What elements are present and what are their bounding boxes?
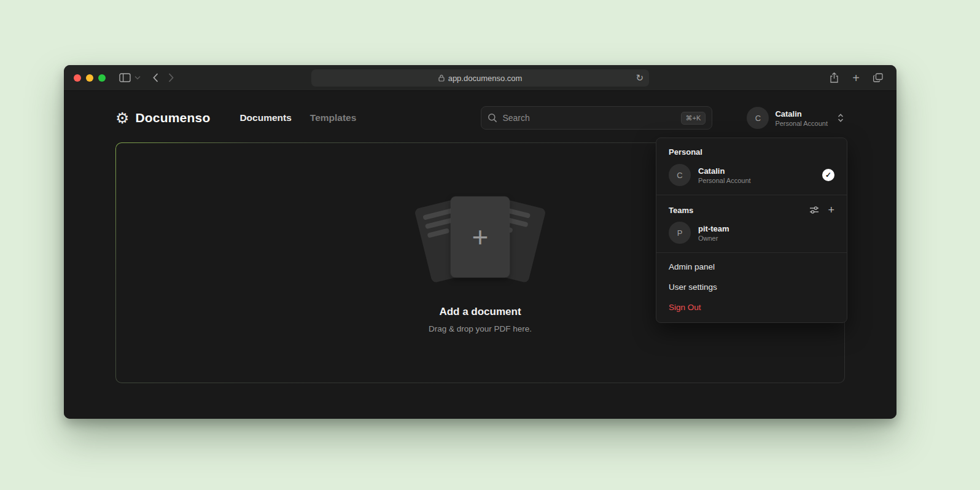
teams-section: Teams + P pit-team Owner (656, 195, 847, 252)
create-team-icon[interactable]: + (828, 204, 834, 216)
tab-overview-icon[interactable] (873, 73, 883, 82)
search-bar: ⌘+K (481, 106, 712, 130)
back-button[interactable] (153, 73, 158, 82)
dropzone-subtitle: Drag & drop your PDF here. (429, 324, 532, 333)
zoom-window-button[interactable] (98, 74, 106, 82)
team-avatar: P (669, 222, 691, 244)
team-role: Owner (698, 235, 729, 242)
new-tab-icon[interactable]: + (852, 72, 860, 84)
primary-nav: Documents Templates (239, 112, 356, 123)
account-name: Catalin (775, 109, 828, 119)
personal-section: Personal C Catalin Personal Account ✓ (656, 138, 847, 195)
account-text: Catalin Personal Account (775, 109, 828, 127)
add-document-plus-icon: + (472, 223, 489, 251)
menu-item-sign-out[interactable]: Sign Out (656, 297, 847, 317)
documenso-seal-icon: ⚙ (115, 111, 129, 126)
nav-documents[interactable]: Documents (239, 112, 291, 123)
menu-item-admin-panel[interactable]: Admin panel (656, 257, 847, 277)
forward-button[interactable] (168, 73, 174, 82)
selected-check-icon: ✓ (822, 169, 834, 181)
account-dropdown-menu: Personal C Catalin Personal Account ✓ Te… (656, 138, 847, 323)
window-controls (74, 74, 106, 82)
tab-group-chevron-icon[interactable] (134, 76, 141, 80)
close-window-button[interactable] (74, 74, 81, 82)
personal-account-avatar: C (669, 164, 691, 186)
search-shortcut-badge: ⌘+K (681, 112, 706, 125)
personal-account-name: Catalin (698, 166, 751, 176)
personal-section-label: Personal (664, 143, 839, 160)
search-icon (488, 113, 497, 123)
browser-toolbar: app.documenso.com ↻ + (64, 65, 896, 91)
lock-icon (438, 74, 445, 82)
team-item[interactable]: P pit-team Owner (664, 218, 839, 247)
app-header: ⚙ Documenso Documents Templates ⌘+K C (115, 104, 845, 131)
team-name: pit-team (698, 224, 729, 233)
chevron-up-down-icon (836, 112, 845, 123)
sidebar-toggle-icon[interactable] (119, 73, 131, 82)
menu-item-user-settings[interactable]: User settings (656, 277, 847, 297)
refresh-icon[interactable]: ↻ (636, 72, 644, 84)
address-text: app.documenso.com (448, 74, 523, 83)
manage-teams-icon[interactable] (809, 206, 819, 214)
teams-section-label: Teams (669, 206, 809, 215)
minimize-window-button[interactable] (86, 74, 93, 82)
account-avatar: C (747, 107, 769, 129)
address-bar[interactable]: app.documenso.com ↻ (311, 69, 649, 87)
personal-account-subtitle: Personal Account (698, 177, 751, 184)
menu-actions: Admin panel User settings Sign Out (656, 253, 847, 322)
personal-account-item[interactable]: C Catalin Personal Account ✓ (664, 160, 839, 190)
browser-window: app.documenso.com ↻ + ⚙ D (64, 65, 896, 419)
account-menu-button[interactable]: C Catalin Personal Account (747, 107, 845, 129)
nav-templates[interactable]: Templates (310, 112, 357, 123)
dropzone-title: Add a document (439, 306, 521, 318)
brand-logo[interactable]: ⚙ Documenso (115, 111, 210, 126)
share-icon[interactable] (830, 72, 839, 83)
account-subtitle: Personal Account (775, 120, 828, 127)
brand-name: Documenso (135, 111, 210, 125)
search-input[interactable] (502, 113, 675, 123)
document-card-front: + (451, 196, 510, 278)
document-cards-illustration: + (406, 193, 554, 286)
